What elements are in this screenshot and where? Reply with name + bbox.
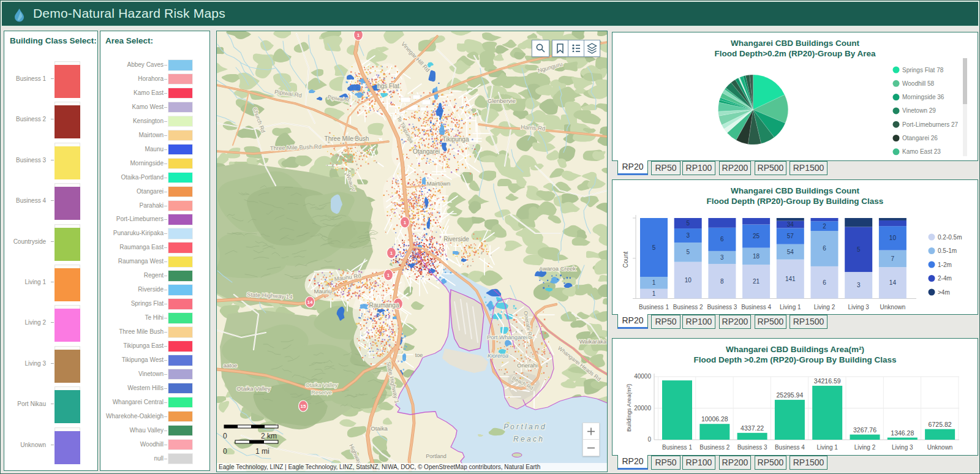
svg-text:5: 5	[857, 246, 861, 253]
svg-text:0.5-1m: 0.5-1m	[938, 247, 957, 254]
svg-text:10: 10	[685, 277, 692, 284]
svg-text:Raumanga: Raumanga	[369, 302, 399, 309]
svg-text:Business 3: Business 3	[707, 304, 737, 310]
svg-text:1: 1	[404, 220, 407, 225]
svg-text:5: 5	[686, 249, 690, 255]
svg-text:Otaika: Otaika	[371, 425, 388, 432]
svg-text:Otaika Valley: Otaika Valley	[306, 382, 338, 388]
svg-text:7: 7	[891, 255, 895, 262]
svg-text:Business 2: Business 2	[699, 444, 729, 451]
svg-text:5: 5	[686, 220, 690, 227]
svg-text:15: 15	[301, 404, 306, 409]
svg-text:Unknown: Unknown	[927, 444, 953, 451]
svg-text:10: 10	[889, 235, 897, 241]
svg-text:Kioreroa: Kioreroa	[488, 353, 508, 359]
svg-text:Morningside 36: Morningside 36	[902, 94, 944, 100]
svg-text:Buildings Area(m²): Buildings Area(m²)	[625, 384, 632, 432]
svg-text:Onerahi: Onerahi	[517, 362, 538, 369]
svg-text:34: 34	[787, 221, 794, 228]
svg-text:Springs Flat 78: Springs Flat 78	[902, 67, 944, 73]
svg-text:Vinetown 29: Vinetown 29	[902, 107, 936, 114]
svg-text:0: 0	[647, 436, 651, 443]
svg-text:Reserve: Reserve	[311, 389, 332, 396]
svg-text:Three Mile Bush: Three Mile Bush	[325, 135, 369, 142]
svg-text:Business 1: Business 1	[639, 304, 669, 310]
svg-text:Eagle Technology, LINZ | Eagle: Eagle Technology, LINZ | Eagle Technolog…	[219, 464, 540, 470]
svg-text:Port-Limeburners 27: Port-Limeburners 27	[902, 121, 959, 128]
svg-text:Waikaraka: Waikaraka	[579, 338, 607, 345]
svg-text:Port Whangarei: Port Whangarei	[487, 334, 527, 340]
svg-text:1: 1	[357, 32, 360, 38]
svg-text:5: 5	[652, 244, 656, 251]
svg-text:Maunu: Maunu	[314, 288, 331, 295]
svg-text:18: 18	[753, 253, 760, 260]
svg-text:0.2-0.5m: 0.2-0.5m	[938, 234, 962, 241]
svg-text:25295.94: 25295.94	[777, 391, 804, 399]
svg-text:R e a c h: R e a c h	[513, 435, 543, 443]
svg-text:Living 1: Living 1	[816, 444, 838, 451]
svg-text:Glenbervie: Glenbervie	[488, 97, 516, 104]
svg-text:14: 14	[307, 299, 313, 305]
svg-text:6: 6	[823, 279, 826, 286]
svg-text:Portland: Portland	[426, 453, 447, 459]
svg-text:Awaroa Creek: Awaroa Creek	[539, 265, 576, 272]
svg-text:0: 0	[223, 432, 227, 440]
svg-text:20000: 20000	[634, 405, 651, 412]
svg-text:1: 1	[652, 290, 656, 297]
svg-text:>4m: >4m	[938, 289, 950, 296]
svg-text:1-2m: 1-2m	[938, 261, 952, 268]
svg-text:Living 1: Living 1	[780, 304, 801, 310]
svg-text:Mairtown: Mairtown	[427, 180, 451, 187]
svg-text:Business 1: Business 1	[662, 444, 692, 451]
svg-text:Living 2: Living 2	[854, 444, 876, 451]
svg-text:Living 2: Living 2	[814, 304, 835, 310]
svg-text:1346.28: 1346.28	[891, 429, 914, 437]
svg-text:3267.76: 3267.76	[853, 426, 876, 434]
svg-text:25: 25	[753, 233, 760, 239]
svg-text:8: 8	[720, 278, 724, 285]
svg-text:Business 4: Business 4	[775, 444, 805, 451]
svg-text:Living 3: Living 3	[892, 444, 913, 451]
svg-text:aatoe: aatoe	[224, 363, 238, 369]
svg-text:Otaika Valley: Otaika Valley	[236, 385, 271, 392]
svg-text:Unknown: Unknown	[880, 304, 906, 310]
svg-text:2 km: 2 km	[261, 432, 277, 440]
svg-text:Otangarei: Otangarei	[413, 148, 440, 155]
svg-text:Riverside: Riverside	[443, 236, 469, 243]
svg-text:141: 141	[785, 276, 796, 282]
svg-text:1: 1	[390, 250, 393, 256]
svg-text:P o r t l a n d: P o r t l a n d	[503, 423, 545, 431]
svg-text:0: 0	[223, 447, 227, 456]
svg-text:1: 1	[652, 279, 656, 286]
svg-text:Otangarei 26: Otangarei 26	[902, 135, 938, 141]
svg-text:Kamo East 23: Kamo East 23	[902, 148, 941, 155]
svg-text:2-4m: 2-4m	[938, 275, 952, 282]
svg-text:Tikipunga: Tikipunga	[443, 136, 469, 143]
svg-text:Living 3: Living 3	[848, 304, 869, 310]
svg-text:6: 6	[823, 245, 826, 252]
svg-text:40000: 40000	[634, 373, 651, 380]
svg-text:3: 3	[720, 254, 724, 261]
svg-text:toe: toe	[415, 352, 423, 358]
svg-text:3: 3	[686, 232, 690, 239]
svg-text:Woodhill 58: Woodhill 58	[902, 80, 935, 87]
svg-text:14: 14	[889, 279, 897, 286]
svg-text:6725.82: 6725.82	[929, 421, 952, 428]
svg-text:Count: Count	[622, 251, 629, 268]
svg-text:Business 2: Business 2	[673, 304, 703, 310]
svg-text:hgs Flat: hgs Flat	[377, 83, 399, 89]
svg-text:1: 1	[387, 273, 390, 278]
svg-text:1 mi: 1 mi	[255, 447, 270, 456]
svg-text:21: 21	[753, 278, 760, 285]
svg-text:34216.59: 34216.59	[814, 377, 841, 385]
svg-text:Business 3: Business 3	[737, 444, 767, 451]
svg-text:57: 57	[787, 233, 794, 239]
svg-text:4337.22: 4337.22	[741, 424, 764, 432]
svg-text:3: 3	[857, 282, 861, 288]
svg-text:2: 2	[823, 223, 826, 230]
svg-text:10006.28: 10006.28	[701, 415, 728, 423]
svg-text:Business 4: Business 4	[741, 304, 771, 310]
svg-text:6: 6	[720, 236, 724, 243]
svg-text:54: 54	[787, 249, 794, 255]
